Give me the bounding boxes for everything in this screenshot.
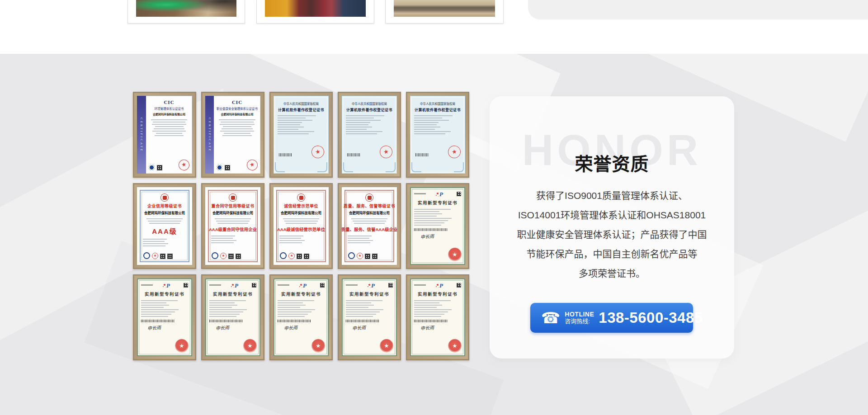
qr-code	[225, 165, 230, 170]
certificate-company: 合肥珂玛环保科技有限公司	[349, 210, 390, 215]
certificate-copyright[interactable]: 中华人民共和国国家版权局 计算机软件著作权登记证书 ★	[406, 92, 469, 178]
certificate-credit[interactable]: 企业信用等级证书 合肥珂玛环保科技有限公司 AAA级 ★	[133, 183, 196, 269]
construction-photo-excavation	[136, 0, 236, 17]
certificate-title: 实用新型专利证书	[414, 291, 461, 297]
fine-print-lines	[217, 118, 258, 136]
qr-code	[184, 283, 188, 288]
certificate-number-line	[278, 284, 289, 286]
page: CERTIFICATE CIC 环境管理体系认证证书 合肥珂玛环保科技有限公司 …	[0, 0, 868, 415]
fine-print-lines	[143, 237, 186, 246]
gallery-photo-card[interactable]	[127, 0, 245, 24]
certificate-title: 实用新型专利证书	[141, 291, 188, 297]
signature: 申长雨	[420, 324, 434, 331]
honor-paragraph-line: 职业健康安全管理体系认证；产品获得了中国	[499, 225, 725, 244]
certificate-title: 计算机软件著作权登记证书	[346, 107, 392, 112]
certificate-company: 合肥珂玛环保科技有限公司	[153, 112, 185, 116]
qr-code	[236, 254, 241, 259]
blue-round-seal	[280, 252, 287, 259]
certificate-credit[interactable]: 重合同守信用等级证书 合肥珂玛环保科技有限公司 AAA级重合同守信用企业 ★	[201, 183, 264, 269]
red-round-seal: ★	[175, 339, 189, 353]
certificate-credit[interactable]: 质量、服务、信誉等级证书 合肥珂玛环保科技有限公司 质量、服务、信誉AAA级企业…	[338, 183, 401, 269]
qr-code	[372, 254, 377, 259]
fine-print-lines	[348, 234, 391, 243]
qr-code	[388, 283, 393, 288]
certificate-company: 合肥珂玛环保科技有限公司	[221, 112, 253, 116]
certificate-title: 质量、服务、信誉等级证书	[344, 203, 395, 209]
certificate-award: AAA级诚信经营示范单位	[277, 226, 325, 232]
red-round-seal: ★	[448, 339, 462, 353]
fine-print-lines	[143, 217, 186, 224]
cnipa-logo: P	[303, 283, 307, 288]
red-star-seal: ★	[379, 145, 393, 159]
certificate-cic[interactable]: CERTIFICATE CIC 职业健康安全管理体系认证证书 合肥珂玛环保科技有…	[201, 92, 264, 178]
qr-code	[304, 254, 309, 259]
cnipa-logo: P	[439, 192, 443, 197]
certificate-title: 职业健康安全管理体系认证证书	[217, 106, 258, 111]
certificate-patent[interactable]: P 实用新型专利证书 申长雨 ★	[201, 274, 264, 360]
certificate-side-band: CERTIFICATE	[205, 96, 214, 174]
cic-logo: CIC	[164, 99, 174, 105]
red-star-seal: ★	[220, 253, 226, 259]
rounded-panel	[528, 0, 868, 19]
corner-flourish	[317, 162, 327, 172]
honor-paragraph-line: 多项荣誉证书。	[499, 264, 725, 283]
certificate-company: 合肥珂玛环保科技有限公司	[212, 210, 253, 215]
blue-round-seal	[348, 252, 355, 259]
corner-flourish	[343, 162, 353, 172]
certificate-cic[interactable]: CERTIFICATE CIC 环境管理体系认证证书 合肥珂玛环保科技有限公司 …	[133, 92, 196, 178]
corner-flourish	[454, 162, 464, 172]
certificate-copyright[interactable]: 中华人民共和国国家版权局 计算机软件著作权登记证书 ★	[338, 92, 401, 178]
red-star-seal: ★	[288, 253, 295, 259]
hotline-label-en: HOTLINE	[565, 311, 594, 318]
certificate-title: 计算机软件著作权登记证书	[415, 107, 461, 112]
fine-print-lines	[346, 114, 393, 134]
certificate-title: 企业信用等级证书	[147, 203, 182, 209]
red-emblem-icon	[229, 193, 237, 202]
construction-photo-crane-truck	[265, 0, 366, 17]
barcode	[415, 153, 429, 156]
qr-code	[157, 165, 162, 170]
certificate-title: 实用新型专利证书	[414, 199, 461, 206]
certificate-patent[interactable]: P 实用新型专利证书 申长雨 ★	[406, 274, 469, 360]
corner-flourish	[386, 162, 396, 172]
certificate-number-line	[414, 193, 426, 194]
certificate-award: AAA级重合同守信用企业	[209, 226, 257, 232]
cnipa-logo: P	[371, 283, 375, 288]
fine-print-lines	[278, 114, 325, 134]
fine-print-lines	[346, 299, 393, 317]
barcode	[209, 320, 242, 322]
qr-code	[252, 283, 256, 288]
fine-print-lines	[209, 299, 256, 317]
certificate-patent[interactable]: P 实用新型专利证书 申长雨 ★	[269, 274, 333, 360]
certificate-title: 实用新型专利证书	[209, 291, 256, 297]
certificate-copyright[interactable]: 中华人民共和国国家版权局 计算机软件著作权登记证书 ★	[269, 92, 333, 178]
certificate-authority: 中华人民共和国国家版权局	[283, 101, 319, 106]
fine-print-lines	[278, 299, 325, 317]
barcode	[414, 320, 447, 322]
hotline-labels: HOTLINE 咨询热线:	[565, 311, 594, 325]
fine-print-lines	[414, 208, 461, 226]
certificate-title: 诚信经营示范单位	[284, 203, 318, 209]
certificate-patent[interactable]: P 实用新型专利证书 申长雨 ★	[338, 274, 401, 360]
fine-print-lines	[279, 234, 323, 243]
certificate-patent[interactable]: P 实用新型专利证书 申长雨 ★	[133, 274, 196, 360]
certificate-patent[interactable]: P 实用新型专利证书 申长雨 ★	[406, 183, 469, 269]
red-star-seal: ★	[447, 145, 462, 159]
honor-card: HONOR 荣誉资质 获得了ISO9001质量管理体系认证、ISO14001环境…	[490, 96, 734, 358]
qr-code	[160, 254, 165, 259]
certificate-credit[interactable]: 诚信经营示范单位 合肥珂玛环保科技有限公司 AAA级诚信经营示范单位 ★	[269, 183, 333, 269]
qr-code	[228, 254, 234, 259]
qr-code	[320, 283, 325, 288]
fine-print-lines	[414, 299, 461, 317]
certificate-side-band: CERTIFICATE	[137, 96, 146, 174]
qr-code	[297, 254, 302, 259]
barcode	[414, 228, 447, 231]
honor-title: 荣誉资质	[490, 150, 734, 176]
red-round-seal: ★	[380, 339, 393, 353]
corner-flourish	[411, 162, 421, 172]
gallery-photo-card[interactable]	[256, 0, 374, 24]
hotline-button[interactable]: ☎ HOTLINE 咨询热线: 138-5600-3485	[530, 303, 693, 333]
red-round-seal: ★	[311, 339, 325, 353]
red-star-seal: ★	[357, 253, 363, 259]
gallery-photo-card[interactable]	[385, 0, 504, 24]
